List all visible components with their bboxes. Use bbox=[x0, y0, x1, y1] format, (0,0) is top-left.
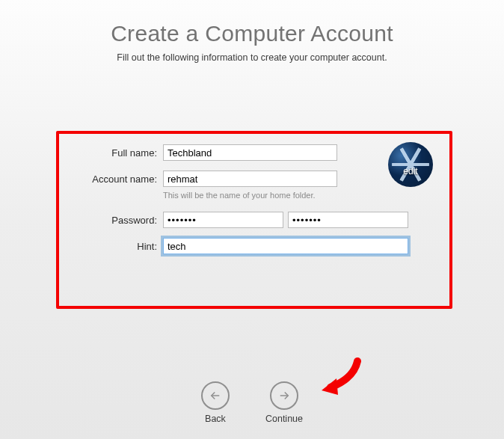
avatar-edit-label: edit bbox=[388, 166, 433, 176]
hint-label: Hint: bbox=[56, 241, 163, 252]
continue-label: Continue bbox=[265, 414, 303, 424]
continue-button[interactable]: Continue bbox=[265, 381, 303, 424]
account-form: edit Full name: Account name: This will … bbox=[56, 131, 446, 303]
avatar-image bbox=[388, 142, 433, 187]
back-button[interactable]: Back bbox=[201, 381, 230, 424]
nav-bar: Back Continue bbox=[0, 381, 504, 424]
avatar-edit-button[interactable]: edit bbox=[388, 142, 433, 187]
password-label: Password: bbox=[56, 215, 163, 226]
hint-input[interactable] bbox=[163, 238, 408, 254]
page-title: Create a Computer Account bbox=[0, 21, 504, 46]
full-name-input[interactable] bbox=[163, 144, 337, 161]
account-name-input[interactable] bbox=[163, 171, 337, 187]
account-name-label: Account name: bbox=[56, 174, 163, 185]
password-input[interactable] bbox=[163, 212, 283, 228]
page-subtitle: Fill out the following information to cr… bbox=[0, 52, 504, 63]
password-verify-input[interactable] bbox=[288, 212, 408, 228]
account-name-helper: This will be the name of your home folde… bbox=[163, 191, 446, 200]
full-name-label: Full name: bbox=[56, 147, 163, 159]
arrow-left-icon bbox=[201, 381, 230, 410]
back-label: Back bbox=[205, 414, 226, 424]
arrow-right-icon bbox=[270, 381, 298, 410]
